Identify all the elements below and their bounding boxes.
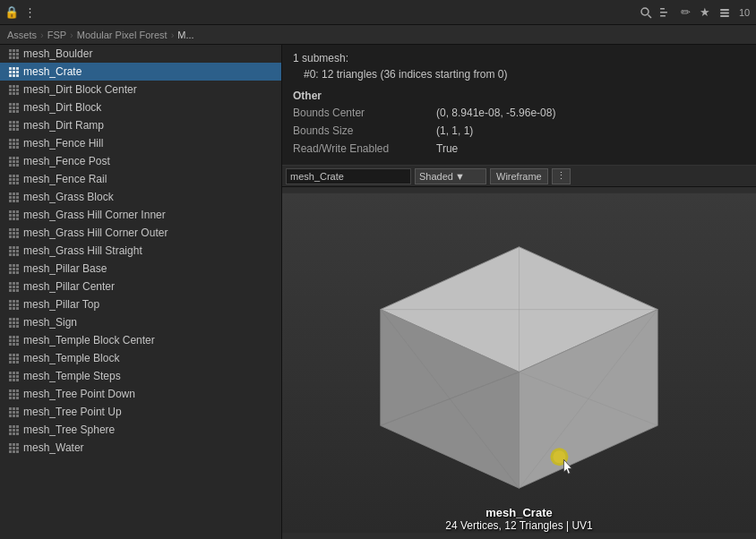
svg-rect-138 bbox=[13, 304, 15, 306]
shading-dropdown[interactable]: Shaded ▼ bbox=[415, 168, 486, 184]
asset-list-item[interactable]: mesh_Fence Rail bbox=[0, 170, 281, 188]
star-icon[interactable]: ★ bbox=[697, 4, 713, 21]
mesh-info-overlay: mesh_Crate 24 Vertices, 12 Triangles | U… bbox=[445, 506, 593, 532]
svg-rect-148 bbox=[16, 321, 19, 324]
svg-rect-99 bbox=[13, 228, 15, 231]
svg-rect-150 bbox=[13, 325, 15, 328]
breadcrumb-sep-1: › bbox=[40, 30, 44, 40]
svg-rect-31 bbox=[16, 89, 19, 91]
svg-rect-98 bbox=[9, 228, 12, 231]
svg-rect-164 bbox=[9, 357, 12, 360]
svg-rect-146 bbox=[9, 321, 12, 324]
svg-rect-129 bbox=[13, 286, 15, 288]
asset-item-label: mesh_Fence Rail bbox=[23, 173, 107, 185]
mesh-grid-icon bbox=[7, 65, 20, 78]
svg-rect-29 bbox=[9, 89, 12, 91]
bounds-center-value: (0, 8.941e-08, -5.96e-08) bbox=[436, 107, 555, 119]
asset-item-label: mesh_Grass Hill Corner Inner bbox=[23, 209, 166, 221]
hierarchy-icon[interactable] bbox=[657, 4, 674, 21]
right-panel: 1 submesh: #0: 12 triangles (36 indices … bbox=[282, 45, 756, 539]
svg-rect-156 bbox=[13, 339, 15, 342]
asset-list-item[interactable]: mesh_Fence Hill bbox=[0, 134, 281, 152]
asset-list-item[interactable]: mesh_Temple Steps bbox=[0, 367, 281, 385]
svg-rect-153 bbox=[13, 336, 15, 338]
wireframe-button[interactable]: Wireframe bbox=[490, 168, 548, 184]
asset-list-item[interactable]: mesh_Temple Block bbox=[0, 349, 281, 367]
svg-rect-25 bbox=[16, 74, 19, 77]
svg-rect-172 bbox=[16, 372, 19, 374]
asset-list-item[interactable]: mesh_Dirt Ramp bbox=[0, 116, 281, 134]
asset-list-item[interactable]: mesh_Dirt Block bbox=[0, 98, 281, 116]
mesh-grid-icon bbox=[7, 316, 20, 329]
asset-item-label: mesh_Fence Post bbox=[23, 155, 110, 167]
shading-mode-label: Shaded bbox=[419, 171, 453, 182]
breadcrumb-current[interactable]: M... bbox=[177, 30, 193, 40]
breadcrumb-forest[interactable]: Modular Pixel Forest bbox=[77, 30, 168, 40]
svg-rect-207 bbox=[13, 443, 15, 446]
svg-rect-114 bbox=[13, 253, 15, 256]
svg-rect-116 bbox=[9, 264, 12, 267]
svg-rect-192 bbox=[13, 411, 15, 414]
breadcrumb-fsp[interactable]: FSP bbox=[47, 30, 66, 40]
asset-list-item[interactable]: mesh_Water bbox=[0, 439, 281, 457]
asset-list-item[interactable]: mesh_Grass Hill Corner Inner bbox=[0, 206, 281, 224]
breadcrumb-assets[interactable]: Assets bbox=[7, 30, 37, 40]
asset-list-item[interactable]: mesh_Pillar Center bbox=[0, 278, 281, 295]
asset-list-item[interactable]: mesh_Grass Block bbox=[0, 188, 281, 206]
layers-icon[interactable] bbox=[717, 4, 733, 21]
asset-list-item[interactable]: mesh_Pillar Base bbox=[0, 260, 281, 278]
svg-rect-86 bbox=[9, 200, 12, 202]
svg-rect-201 bbox=[13, 429, 15, 432]
svg-rect-6 bbox=[720, 12, 729, 13]
svg-rect-38 bbox=[9, 107, 12, 109]
svg-rect-195 bbox=[13, 415, 15, 417]
asset-list-item[interactable]: mesh_Tree Point Up bbox=[0, 403, 281, 421]
svg-rect-179 bbox=[9, 389, 12, 392]
asset-list-item[interactable]: mesh_Sign bbox=[0, 313, 281, 331]
svg-rect-123 bbox=[13, 271, 15, 274]
svg-rect-139 bbox=[16, 304, 19, 306]
svg-rect-51 bbox=[13, 128, 15, 131]
svg-rect-147 bbox=[13, 321, 15, 324]
asset-list-item[interactable]: mesh_Tree Sphere bbox=[0, 421, 281, 439]
svg-rect-8 bbox=[9, 49, 12, 52]
svg-rect-140 bbox=[9, 307, 12, 310]
svg-rect-163 bbox=[16, 354, 19, 356]
asset-list-item[interactable]: mesh_Dirt Block Center bbox=[0, 81, 281, 98]
svg-rect-93 bbox=[13, 214, 15, 217]
asset-list-item[interactable]: mesh_Tree Point Down bbox=[0, 385, 281, 403]
read-write-row: Read/Write Enabled True bbox=[293, 140, 745, 158]
asset-list-item[interactable]: mesh_Fence Post bbox=[0, 152, 281, 170]
svg-rect-94 bbox=[16, 214, 19, 217]
svg-rect-9 bbox=[13, 49, 15, 52]
mesh-preview-svg bbox=[282, 187, 756, 539]
svg-rect-188 bbox=[9, 407, 12, 410]
svg-rect-174 bbox=[13, 375, 15, 378]
asset-list-item[interactable]: mesh_Pillar Top bbox=[0, 295, 281, 313]
viewport-name-input[interactable] bbox=[286, 168, 411, 184]
svg-rect-59 bbox=[9, 146, 12, 149]
svg-rect-37 bbox=[16, 103, 19, 106]
asset-list-item[interactable]: mesh_Grass Hill Corner Outer bbox=[0, 224, 281, 242]
svg-rect-70 bbox=[16, 164, 19, 167]
lock-icon[interactable]: 🔒 bbox=[4, 4, 20, 21]
svg-rect-143 bbox=[9, 318, 12, 321]
svg-rect-52 bbox=[16, 128, 19, 131]
asset-list-item[interactable]: mesh_Grass Hill Straight bbox=[0, 242, 281, 260]
asset-list-item[interactable]: mesh_Crate bbox=[0, 63, 281, 81]
svg-rect-212 bbox=[9, 450, 12, 453]
asset-list[interactable]: mesh_Boulder mesh_Crate mesh_Dirt Block … bbox=[0, 45, 282, 539]
viewport-3d[interactable]: mesh_Crate 24 Vertices, 12 Triangles | U… bbox=[282, 187, 756, 539]
svg-rect-125 bbox=[9, 282, 12, 285]
search-icon[interactable] bbox=[638, 4, 654, 21]
menu-dots-icon[interactable]: ⋮ bbox=[21, 4, 38, 21]
asset-list-item[interactable]: mesh_Boulder bbox=[0, 45, 281, 63]
svg-rect-170 bbox=[9, 372, 12, 374]
asset-list-item[interactable]: mesh_Temple Block Center bbox=[0, 331, 281, 349]
svg-rect-113 bbox=[9, 253, 12, 256]
svg-rect-28 bbox=[16, 85, 19, 88]
svg-rect-100 bbox=[16, 228, 19, 231]
svg-rect-48 bbox=[13, 124, 15, 127]
brush-icon[interactable]: ✏ bbox=[677, 4, 693, 21]
more-options-button[interactable]: ⋮ bbox=[552, 168, 571, 184]
